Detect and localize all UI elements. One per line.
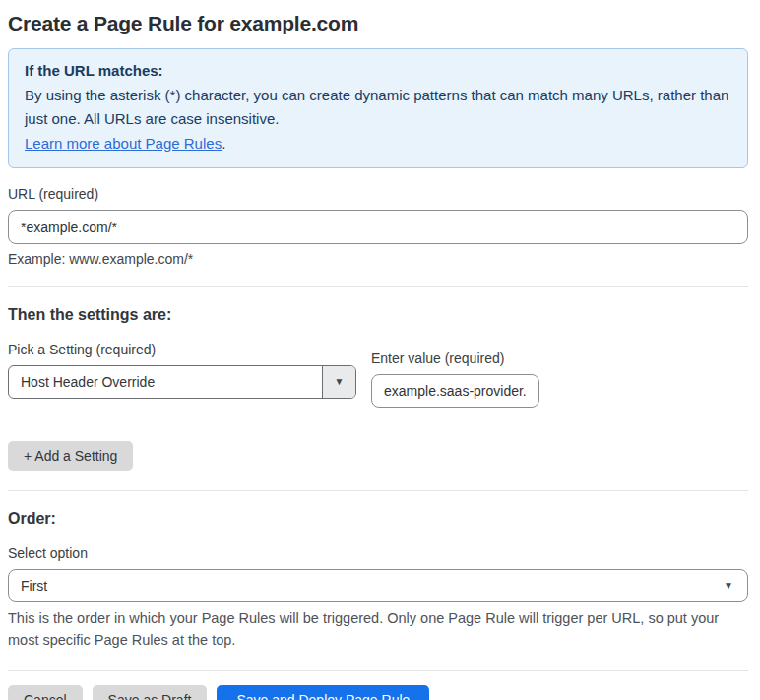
setting-select-arrow-box[interactable]: ▼	[322, 366, 355, 398]
setting-select[interactable]: Host Header Override ▼	[8, 365, 356, 399]
divider	[8, 670, 748, 671]
settings-row: Pick a Setting (required) Host Header Ov…	[8, 324, 748, 408]
chevron-down-icon: ▼	[335, 377, 345, 387]
link-suffix: .	[222, 135, 225, 152]
url-input[interactable]	[8, 210, 748, 244]
url-label: URL (required)	[8, 186, 748, 202]
setting-select-value: Host Header Override	[9, 374, 322, 390]
order-heading: Order:	[8, 510, 748, 528]
value-label: Enter value (required)	[371, 350, 539, 366]
info-heading: If the URL matches:	[25, 59, 731, 84]
info-link-line: Learn more about Page Rules.	[25, 132, 731, 157]
cancel-button[interactable]: Cancel	[8, 685, 83, 700]
setting-column: Pick a Setting (required) Host Header Ov…	[8, 324, 356, 408]
value-input[interactable]	[371, 374, 539, 408]
divider	[8, 286, 748, 287]
save-deploy-button[interactable]: Save and Deploy Page Rule	[217, 685, 429, 700]
divider	[8, 490, 748, 491]
add-setting-button[interactable]: + Add a Setting	[8, 441, 133, 471]
url-matches-info-box: If the URL matches: By using the asteris…	[8, 48, 748, 168]
setting-label: Pick a Setting (required)	[8, 342, 356, 357]
value-column: Enter value (required)	[371, 333, 539, 408]
learn-more-link[interactable]: Learn more about Page Rules	[25, 135, 222, 152]
order-description: This is the order in which your Page Rul…	[8, 607, 731, 651]
url-example: Example: www.example.com/*	[8, 251, 748, 267]
order-label: Select option	[8, 545, 748, 561]
chevron-down-icon: ▼	[724, 581, 733, 591]
footer-actions: Cancel Save as Draft Save and Deploy Pag…	[8, 685, 748, 700]
settings-heading: Then the settings are:	[8, 306, 748, 324]
page-title: Create a Page Rule for example.com	[8, 12, 748, 35]
order-select-value: First	[21, 578, 47, 594]
save-draft-button[interactable]: Save as Draft	[93, 685, 208, 700]
order-select[interactable]: First ▼	[8, 569, 748, 602]
info-body: By using the asterisk (*) character, you…	[25, 84, 731, 132]
